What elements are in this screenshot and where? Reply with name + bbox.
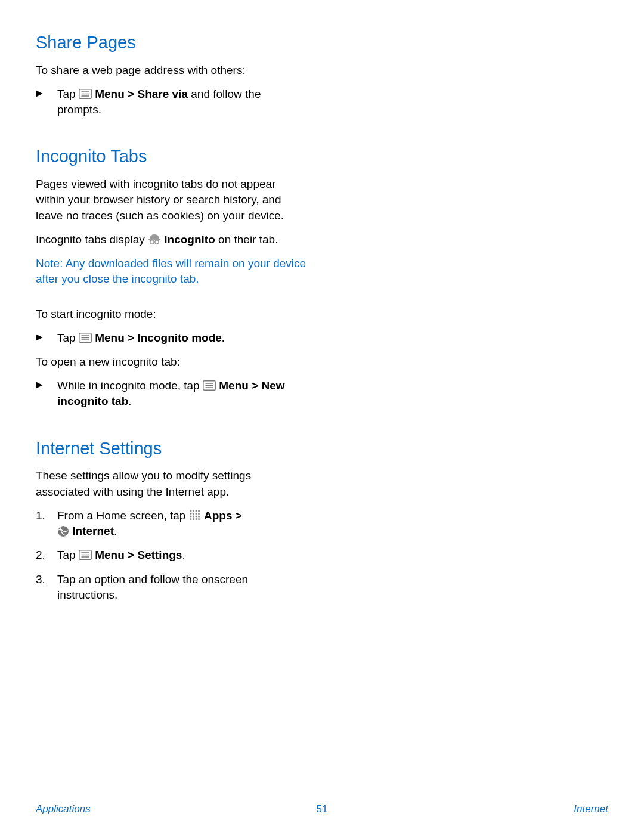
svg-point-25	[195, 515, 197, 517]
note-block: Note: Any downloaded files will remain o…	[36, 256, 307, 287]
settings-step-1: 1. From a Home screen, tap Apps >	[36, 508, 307, 539]
share-steps-list: Tap Menu > Share via and follow the prom…	[36, 86, 307, 117]
svg-point-29	[195, 518, 197, 520]
footer-page-number: 51	[317, 803, 328, 815]
start-incognito-label: To start incognito mode:	[36, 306, 307, 322]
svg-point-24	[193, 515, 194, 517]
bold-fragment: Menu >	[219, 379, 261, 392]
globe-icon	[57, 525, 69, 537]
bold-fragment: Menu > Settings	[95, 549, 182, 561]
svg-point-20	[193, 513, 194, 515]
step-number: 3.	[36, 572, 45, 587]
svg-point-23	[190, 515, 191, 517]
start-incognito-step: Tap Menu > Incognito mode.	[36, 330, 307, 346]
text-fragment: .	[182, 549, 185, 561]
menu-icon	[203, 380, 216, 391]
step-number: 2.	[36, 547, 45, 563]
heading-share-pages: Share Pages	[36, 32, 307, 53]
step-number: 1.	[36, 508, 45, 524]
content-column: Share Pages To share a web page address …	[36, 32, 307, 603]
note-body: : Any downloaded files will remain on yo…	[36, 257, 306, 285]
bold-fragment: Incognito	[164, 233, 215, 246]
text-fragment: Tap	[57, 332, 79, 344]
text-fragment: .	[128, 395, 131, 407]
text-fragment: While in incognito mode, tap	[57, 379, 203, 392]
open-incognito-label: To open a new incognito tab:	[36, 354, 307, 370]
svg-point-27	[190, 518, 191, 520]
text-fragment: .	[114, 525, 117, 537]
heading-internet-settings: Internet Settings	[36, 438, 307, 459]
text-fragment: Tap	[57, 549, 79, 561]
bold-fragment: Apps >	[204, 509, 242, 522]
text-fragment: on their tab.	[215, 233, 278, 246]
bold-fragment: Menu > Incognito mode.	[95, 332, 225, 344]
svg-point-15	[190, 510, 191, 512]
svg-point-26	[198, 515, 200, 517]
note-label: Note	[36, 257, 60, 270]
svg-point-21	[195, 513, 197, 515]
menu-icon	[79, 550, 92, 560]
svg-point-30	[198, 518, 200, 520]
text-fragment: Tap an option and follow the onscreen in…	[57, 573, 248, 601]
note-text: Note: Any downloaded files will remain o…	[36, 256, 307, 287]
settings-intro-text: These settings allow you to modify setti…	[36, 468, 307, 499]
footer-right: Internet	[574, 803, 608, 815]
svg-point-17	[195, 510, 197, 512]
svg-point-16	[193, 510, 194, 512]
text-fragment: Incognito tabs display	[36, 233, 148, 246]
share-step: Tap Menu > Share via and follow the prom…	[36, 86, 307, 117]
svg-point-5	[155, 240, 159, 244]
incognito-display-text: Incognito tabs display Incognito on thei…	[36, 232, 307, 247]
heading-incognito-tabs: Incognito Tabs	[36, 146, 307, 167]
settings-step-3: 3. Tap an option and follow the onscreen…	[36, 572, 307, 603]
page-footer: Applications 51 Internet	[0, 803, 644, 815]
share-intro-text: To share a web page address with others:	[36, 63, 307, 78]
settings-steps-list: 1. From a Home screen, tap Apps >	[36, 508, 307, 603]
bold-fragment: Internet	[72, 525, 114, 537]
footer-left: Applications	[36, 803, 91, 815]
start-incognito-steps: Tap Menu > Incognito mode.	[36, 330, 307, 346]
open-incognito-steps: While in incognito mode, tap Menu > New …	[36, 378, 307, 409]
open-incognito-step: While in incognito mode, tap Menu > New …	[36, 378, 307, 409]
svg-point-22	[198, 513, 200, 515]
text-fragment: Tap	[57, 88, 79, 100]
incognito-icon	[148, 233, 161, 245]
svg-point-4	[150, 240, 154, 244]
page: Share Pages To share a web page address …	[0, 0, 644, 833]
settings-step-2: 2. Tap Menu > Settings.	[36, 547, 307, 563]
svg-point-18	[198, 510, 200, 512]
incognito-intro-text: Pages viewed with incognito tabs do not …	[36, 176, 307, 224]
svg-point-19	[190, 513, 191, 515]
apps-icon	[189, 509, 201, 521]
text-fragment: From a Home screen, tap	[57, 509, 189, 522]
svg-point-28	[193, 518, 194, 520]
menu-icon	[79, 333, 92, 343]
menu-icon	[79, 89, 92, 99]
bold-fragment: Menu > Share via	[95, 88, 188, 100]
